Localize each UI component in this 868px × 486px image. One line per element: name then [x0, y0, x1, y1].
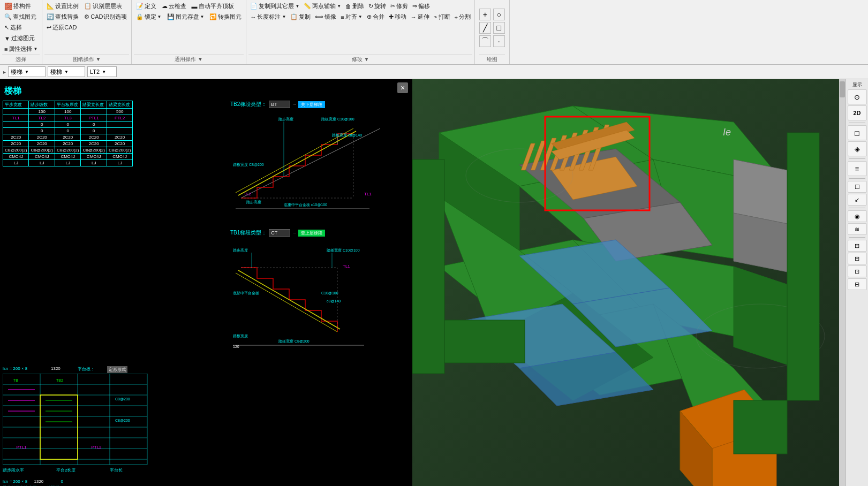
- tb1-tag-btn[interactable]: 查上层梯段: [298, 230, 325, 237]
- btn-select[interactable]: ↖ 选择: [2, 22, 40, 33]
- svg-text:TB2: TB2: [56, 378, 63, 382]
- btn-split[interactable]: ÷ 分割: [453, 12, 472, 22]
- btn-mirror[interactable]: ⟺ 镜像: [313, 12, 338, 22]
- set-scale-icon: 📐: [47, 3, 54, 10]
- cad-lsn2: lsn = 260 × 8 1320 0: [3, 479, 63, 484]
- toolbar-group-select: 🧱 搭构件 🔍 查找图元 ↖ 选择 ▼ 过滤图元 ≡ 属性选择: [0, 0, 42, 64]
- btn-move[interactable]: ✚ 移动: [387, 12, 408, 22]
- dropdown-type[interactable]: 楼梯 ▼: [48, 66, 85, 77]
- btn-identify-table[interactable]: 📋 识别层层表: [82, 1, 124, 11]
- btn-offset[interactable]: ⇒ 偏移: [411, 1, 432, 11]
- floor-form-btn[interactable]: 定形形式: [107, 366, 127, 373]
- view3d-panel[interactable]: Ie: [412, 79, 846, 486]
- btn-extend[interactable]: → 延伸: [409, 12, 431, 22]
- svg-rect-102: [734, 400, 787, 454]
- btn-rotate[interactable]: ↻ 旋转: [367, 1, 388, 11]
- btn-merge[interactable]: ⊕ 合并: [365, 12, 386, 22]
- btn-define[interactable]: 📝 定义: [134, 1, 158, 11]
- cad-options-icon: ⚙: [84, 13, 89, 20]
- sidebar-btn-frame[interactable]: ⊟: [848, 240, 867, 252]
- toolbar-group-common: 📝 定义 ☁ 云检查 ▬ 自动平齐顶板 🔒 锁定: [132, 0, 247, 64]
- btn-draw-line[interactable]: ╱: [479, 22, 491, 34]
- attr-select-icon: ≡: [4, 46, 7, 52]
- btn-draw-circle[interactable]: ○: [493, 9, 505, 20]
- svg-text:c8@140: c8@140: [327, 299, 341, 303]
- svg-text:TL1: TL1: [364, 192, 372, 196]
- btn-save-elem[interactable]: 💾 图元存盘 ▼: [165, 12, 207, 22]
- btn-set-scale[interactable]: 📐 设置比例: [44, 1, 81, 11]
- copy-layer-icon: 📄: [250, 3, 258, 10]
- btn-lock[interactable]: 🔒 锁定 ▼: [134, 12, 164, 22]
- toolbar-group-modify: 📄 复制到其它层 ▼ 📏 两点辅轴 ▼ 🗑 删除 ↻: [246, 0, 474, 64]
- svg-text:临重中平台金板 c10@100: 临重中平台金板 c10@100: [284, 203, 327, 207]
- sidebar-btn-minus1[interactable]: ⊟: [848, 253, 867, 264]
- break-icon: ⌁: [434, 13, 437, 20]
- btn-restore-cad[interactable]: ↩ 还原CAD: [44, 22, 79, 33]
- btn-convert-elem[interactable]: 🔁 转换图元: [207, 12, 244, 22]
- dropdown-id[interactable]: LT2 ▼: [87, 66, 117, 77]
- btn-filter[interactable]: ▼ 过滤图元: [2, 33, 40, 43]
- btn-construct[interactable]: 🧱 搭构件: [2, 1, 40, 11]
- tb2-input[interactable]: [269, 101, 290, 108]
- sidebar-btn-arrow[interactable]: ↙: [848, 194, 867, 206]
- sidebar-btn-minus2[interactable]: ⊟: [848, 278, 867, 290]
- sidebar-btn-layers[interactable]: ≋: [848, 223, 867, 235]
- btn-draw-arc[interactable]: ⌒: [479, 35, 491, 47]
- btn-align[interactable]: ≡ 对齐 ▼: [339, 12, 364, 22]
- cad-close-button[interactable]: ×: [397, 82, 408, 93]
- btn-delete[interactable]: 🗑 删除: [344, 1, 366, 11]
- sidebar-btn-3dbox[interactable]: ◻: [848, 125, 867, 140]
- save-elem-icon: 💾: [167, 13, 175, 20]
- sidebar-btn-grid[interactable]: ⊡: [848, 265, 867, 277]
- svg-line-29: [236, 128, 353, 193]
- sidebar-btn-list[interactable]: ≡: [848, 161, 867, 176]
- lock-icon: 🔒: [136, 13, 144, 20]
- btn-find-elem[interactable]: 🔍 查找图元: [2, 12, 40, 22]
- sidebar-btn-select[interactable]: ☐: [848, 181, 867, 193]
- tb2-tag-btn[interactable]: 关下层梯段: [298, 101, 325, 108]
- identify-table-icon: 📋: [84, 3, 92, 10]
- split-icon: ÷: [455, 14, 458, 20]
- auto-align-icon: ▬: [192, 3, 198, 10]
- cad-tb1-section: TB1梯段类型： ··· 查上层梯段 踏步高度 踏板宽度 C10@100: [230, 229, 402, 348]
- two-point-icon: 📏: [304, 3, 311, 10]
- btn-copy[interactable]: 📋 复制: [289, 12, 312, 22]
- btn-trim[interactable]: ✂ 修剪: [389, 1, 410, 11]
- cad-title: 楼梯: [4, 86, 21, 97]
- toolbar-row1: 🧱 搭构件 🔍 查找图元 ↖ 选择 ▼ 过滤图元 ≡ 属性选择: [0, 0, 868, 65]
- right-scrollbar[interactable]: [839, 79, 846, 486]
- btn-attr-select[interactable]: ≡ 属性选择 ▼: [2, 44, 40, 54]
- delete-icon: 🗑: [345, 3, 351, 10]
- btn-cloud-check[interactable]: ☁ 云检查: [160, 1, 188, 11]
- rotate-icon: ↻: [368, 3, 373, 10]
- construct-icon: 🧱: [4, 3, 12, 10]
- cad-tb1-svg: 踏步高度 踏板宽度 C10@100 底部中平台金板 C10@100 c8@140…: [230, 241, 391, 348]
- sidebar-btn-target[interactable]: ◉: [848, 210, 867, 222]
- btn-find-replace[interactable]: 🔄 查找替换: [44, 12, 81, 22]
- group-label-draw: 绘图: [479, 54, 505, 63]
- btn-draw-plus[interactable]: +: [479, 9, 491, 20]
- btn-draw-dot[interactable]: ·: [493, 35, 505, 47]
- sidebar-btn-2d[interactable]: 2D: [848, 105, 867, 120]
- label-display: 显示: [852, 81, 862, 88]
- btn-auto-align[interactable]: ▬ 自动平齐顶板: [190, 1, 236, 11]
- cloud-icon: ☁: [162, 3, 168, 10]
- sidebar-btn-scope[interactable]: ◈: [848, 141, 867, 156]
- svg-text:PTL1: PTL1: [16, 445, 27, 450]
- btn-draw-rect[interactable]: □: [493, 22, 505, 34]
- define-icon: 📝: [136, 3, 144, 10]
- btn-two-point[interactable]: 📏 两点辅轴 ▼: [302, 1, 343, 11]
- sidebar-btn-display[interactable]: ⊙: [848, 89, 867, 104]
- svg-text:PTL2: PTL2: [91, 445, 102, 450]
- btn-cad-options[interactable]: ⚙ CAD识别选项: [82, 12, 129, 22]
- attr-select-arrow: ▼: [33, 47, 37, 51]
- btn-copy-layer[interactable]: 📄 复制到其它层 ▼: [248, 1, 301, 11]
- right-sidebar: 显示 ⊙ 2D ◻ ◈ ≡ ☐ ↙ ◉ ≋ ⊟ ⊟ ⊡ ⊟: [846, 79, 868, 486]
- tb1-input[interactable]: [269, 229, 290, 237]
- extend-icon: →: [411, 14, 417, 20]
- dropdown-category[interactable]: 楼梯 ▼: [8, 66, 46, 77]
- length-dim-icon: ↔: [250, 14, 256, 20]
- btn-break[interactable]: ⌁ 打断: [432, 12, 452, 22]
- cad-tb2-section: TB2梯段类型： ··· 关下层梯段 踏步高度 踏板宽度 C10: [230, 101, 402, 209]
- btn-length-dim[interactable]: ↔ 长度标注 ▼: [248, 12, 288, 22]
